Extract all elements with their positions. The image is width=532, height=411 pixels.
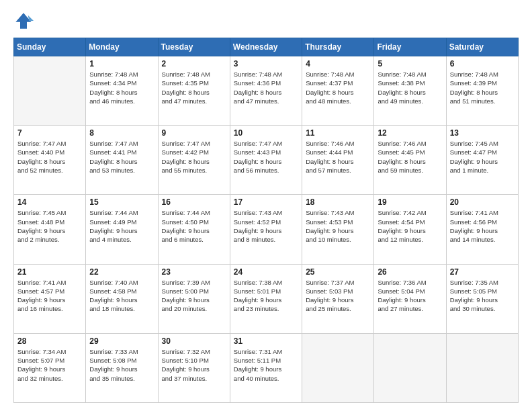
calendar-cell: 4Sunrise: 7:48 AMSunset: 4:37 PMDaylight…: [302, 56, 374, 126]
day-number: 28: [17, 336, 82, 346]
day-info: Sunrise: 7:47 AMSunset: 4:40 PMDaylight:…: [17, 139, 82, 175]
calendar-cell: 24Sunrise: 7:38 AMSunset: 5:01 PMDayligh…: [230, 264, 302, 333]
svg-marker-0: [15, 13, 31, 28]
weekday-header-saturday: Saturday: [446, 38, 518, 56]
calendar-cell: 22Sunrise: 7:40 AMSunset: 4:58 PMDayligh…: [86, 264, 158, 333]
calendar-cell: 7Sunrise: 7:47 AMSunset: 4:40 PMDaylight…: [14, 126, 86, 195]
day-info: Sunrise: 7:40 AMSunset: 4:58 PMDaylight:…: [89, 278, 154, 314]
day-number: 1: [89, 59, 154, 68]
weekday-header-tuesday: Tuesday: [158, 38, 230, 56]
day-number: 9: [162, 128, 226, 138]
calendar-cell: [14, 56, 86, 126]
calendar-cell: 11Sunrise: 7:46 AMSunset: 4:44 PMDayligh…: [302, 126, 374, 195]
weekday-header-row: SundayMondayTuesdayWednesdayThursdayFrid…: [14, 38, 519, 56]
day-info: Sunrise: 7:47 AMSunset: 4:41 PMDaylight:…: [89, 139, 154, 175]
day-info: Sunrise: 7:45 AMSunset: 4:47 PMDaylight:…: [450, 139, 515, 175]
calendar-cell: 3Sunrise: 7:48 AMSunset: 4:36 PMDaylight…: [230, 56, 302, 126]
day-number: 18: [306, 197, 370, 207]
day-number: 15: [89, 197, 154, 207]
calendar-cell: 17Sunrise: 7:43 AMSunset: 4:52 PMDayligh…: [230, 195, 302, 264]
day-number: 4: [306, 59, 370, 68]
weekday-header-thursday: Thursday: [302, 38, 374, 56]
day-number: 16: [162, 197, 226, 207]
week-row-2: 14Sunrise: 7:45 AMSunset: 4:48 PMDayligh…: [14, 195, 519, 264]
day-number: 17: [234, 197, 298, 207]
calendar-cell: [302, 333, 374, 402]
day-info: Sunrise: 7:43 AMSunset: 4:52 PMDaylight:…: [234, 208, 298, 244]
calendar-cell: [374, 333, 446, 402]
day-number: 13: [450, 128, 515, 138]
day-number: 3: [234, 59, 298, 68]
weekday-header-monday: Monday: [86, 38, 158, 56]
calendar-cell: 29Sunrise: 7:33 AMSunset: 5:08 PMDayligh…: [86, 333, 158, 402]
day-info: Sunrise: 7:48 AMSunset: 4:35 PMDaylight:…: [162, 70, 226, 105]
calendar-cell: 15Sunrise: 7:44 AMSunset: 4:49 PMDayligh…: [86, 195, 158, 264]
weekday-header-wednesday: Wednesday: [230, 38, 302, 56]
day-info: Sunrise: 7:42 AMSunset: 4:54 PMDaylight:…: [378, 208, 442, 244]
logo: [13, 11, 36, 31]
day-number: 21: [17, 267, 82, 277]
day-number: 19: [378, 197, 442, 207]
day-info: Sunrise: 7:48 AMSunset: 4:37 PMDaylight:…: [306, 70, 370, 105]
calendar-cell: 23Sunrise: 7:39 AMSunset: 5:00 PMDayligh…: [158, 264, 230, 333]
day-info: Sunrise: 7:48 AMSunset: 4:39 PMDaylight:…: [450, 70, 515, 105]
day-info: Sunrise: 7:35 AMSunset: 5:05 PMDaylight:…: [450, 278, 515, 314]
day-number: 6: [450, 59, 515, 68]
logo-icon: [13, 11, 34, 31]
calendar-cell: 18Sunrise: 7:43 AMSunset: 4:53 PMDayligh…: [302, 195, 374, 264]
calendar-cell: 20Sunrise: 7:41 AMSunset: 4:56 PMDayligh…: [446, 195, 518, 264]
calendar-cell: 25Sunrise: 7:37 AMSunset: 5:03 PMDayligh…: [302, 264, 374, 333]
calendar-cell: 6Sunrise: 7:48 AMSunset: 4:39 PMDaylight…: [446, 56, 518, 126]
day-info: Sunrise: 7:38 AMSunset: 5:01 PMDaylight:…: [234, 278, 298, 314]
header: [13, 11, 519, 31]
calendar-cell: 12Sunrise: 7:46 AMSunset: 4:45 PMDayligh…: [374, 126, 446, 195]
day-info: Sunrise: 7:39 AMSunset: 5:00 PMDaylight:…: [162, 278, 226, 314]
week-row-1: 7Sunrise: 7:47 AMSunset: 4:40 PMDaylight…: [14, 126, 519, 195]
day-number: 20: [450, 197, 515, 207]
calendar-cell: 30Sunrise: 7:32 AMSunset: 5:10 PMDayligh…: [158, 333, 230, 402]
calendar-cell: 8Sunrise: 7:47 AMSunset: 4:41 PMDaylight…: [86, 126, 158, 195]
day-number: 2: [162, 59, 226, 68]
weekday-header-friday: Friday: [374, 38, 446, 56]
calendar-cell: 2Sunrise: 7:48 AMSunset: 4:35 PMDaylight…: [158, 56, 230, 126]
day-number: 25: [306, 267, 370, 277]
day-number: 8: [89, 128, 154, 138]
day-info: Sunrise: 7:32 AMSunset: 5:10 PMDaylight:…: [162, 347, 226, 383]
day-info: Sunrise: 7:36 AMSunset: 5:04 PMDaylight:…: [378, 278, 442, 314]
day-info: Sunrise: 7:48 AMSunset: 4:38 PMDaylight:…: [378, 70, 442, 105]
week-row-3: 21Sunrise: 7:41 AMSunset: 4:57 PMDayligh…: [14, 264, 519, 333]
day-info: Sunrise: 7:34 AMSunset: 5:07 PMDaylight:…: [17, 347, 82, 383]
calendar-cell: 5Sunrise: 7:48 AMSunset: 4:38 PMDaylight…: [374, 56, 446, 126]
day-info: Sunrise: 7:48 AMSunset: 4:34 PMDaylight:…: [89, 70, 154, 105]
calendar-cell: [446, 333, 518, 402]
day-info: Sunrise: 7:44 AMSunset: 4:50 PMDaylight:…: [162, 208, 226, 244]
calendar-cell: 1Sunrise: 7:48 AMSunset: 4:34 PMDaylight…: [86, 56, 158, 126]
day-number: 14: [17, 197, 82, 207]
page: SundayMondayTuesdayWednesdayThursdayFrid…: [0, 0, 532, 411]
day-number: 12: [378, 128, 442, 138]
calendar-table: SundayMondayTuesdayWednesdayThursdayFrid…: [13, 38, 519, 403]
day-info: Sunrise: 7:46 AMSunset: 4:44 PMDaylight:…: [306, 139, 370, 175]
day-info: Sunrise: 7:41 AMSunset: 4:57 PMDaylight:…: [17, 278, 82, 314]
calendar-cell: 28Sunrise: 7:34 AMSunset: 5:07 PMDayligh…: [14, 333, 86, 402]
weekday-header-sunday: Sunday: [14, 38, 86, 56]
day-number: 24: [234, 267, 298, 277]
day-number: 29: [89, 336, 154, 346]
day-info: Sunrise: 7:46 AMSunset: 4:45 PMDaylight:…: [378, 139, 442, 175]
day-number: 10: [234, 128, 298, 138]
calendar-cell: 27Sunrise: 7:35 AMSunset: 5:05 PMDayligh…: [446, 264, 518, 333]
day-info: Sunrise: 7:47 AMSunset: 4:42 PMDaylight:…: [162, 139, 226, 175]
day-info: Sunrise: 7:41 AMSunset: 4:56 PMDaylight:…: [450, 208, 515, 244]
day-info: Sunrise: 7:33 AMSunset: 5:08 PMDaylight:…: [89, 347, 154, 383]
day-info: Sunrise: 7:44 AMSunset: 4:49 PMDaylight:…: [89, 208, 154, 244]
calendar-cell: 9Sunrise: 7:47 AMSunset: 4:42 PMDaylight…: [158, 126, 230, 195]
day-number: 31: [234, 336, 298, 346]
week-row-0: 1Sunrise: 7:48 AMSunset: 4:34 PMDaylight…: [14, 56, 519, 126]
day-info: Sunrise: 7:31 AMSunset: 5:11 PMDaylight:…: [234, 347, 298, 383]
day-number: 23: [162, 267, 226, 277]
day-number: 27: [450, 267, 515, 277]
calendar-cell: 10Sunrise: 7:47 AMSunset: 4:43 PMDayligh…: [230, 126, 302, 195]
day-info: Sunrise: 7:47 AMSunset: 4:43 PMDaylight:…: [234, 139, 298, 175]
calendar-cell: 31Sunrise: 7:31 AMSunset: 5:11 PMDayligh…: [230, 333, 302, 402]
day-number: 11: [306, 128, 370, 138]
